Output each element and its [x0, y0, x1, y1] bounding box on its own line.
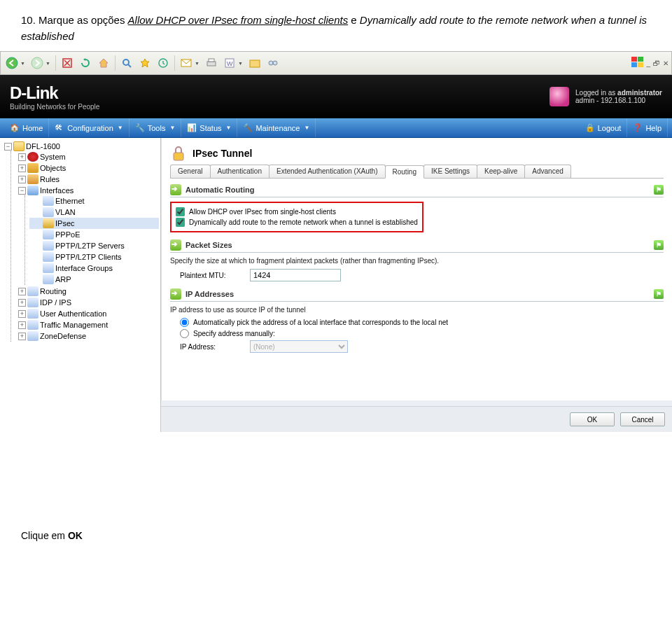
login-info: Logged in as administrator admin - 192.1…	[550, 87, 662, 106]
discuss-button[interactable]	[265, 55, 281, 71]
nav-status[interactable]: 📊Status▼	[181, 118, 237, 137]
nav-tools-label: Tools	[148, 124, 166, 132]
svg-rect-15	[631, 62, 637, 67]
edit-dropdown-icon[interactable]: ▼	[238, 61, 245, 66]
tree-root-label: DFL-1600	[26, 142, 60, 151]
folder-button[interactable]	[246, 55, 263, 71]
content-panel: IPsec Tunnel General Authentication Exte…	[161, 138, 672, 400]
tree-ipsec[interactable]: IPsec	[32, 218, 159, 228]
ok-button[interactable]: OK	[570, 412, 615, 426]
tree-routing-label: Routing	[40, 287, 66, 295]
nav-tools[interactable]: 🔧Tools▼	[130, 118, 182, 137]
tree-interfaces-label: Interfaces	[40, 186, 74, 195]
section-ip-addresses: IP Addresses⚑ IP address to use as sourc…	[170, 288, 664, 353]
nav-status-label: Status	[200, 124, 221, 132]
close-icon[interactable]: ✕	[663, 60, 668, 67]
chk-allow-dhcp-label: Allow DHCP over IPsec from single-host c…	[189, 208, 336, 216]
favorites-button[interactable]	[136, 55, 153, 71]
search-button[interactable]	[118, 55, 135, 71]
avatar-icon	[550, 87, 569, 106]
tab-authentication[interactable]: Authentication	[210, 165, 270, 178]
minimize-icon[interactable]: _	[646, 60, 650, 67]
tree-vlan-label: VLAN	[55, 208, 76, 216]
refresh-button[interactable]	[77, 55, 94, 71]
main-layout: −DFL-1600 +System +Objects +Rules −Inter…	[0, 138, 672, 432]
svg-rect-13	[631, 57, 637, 62]
tab-keepalive[interactable]: Keep-alive	[477, 165, 525, 178]
tab-general[interactable]: General	[170, 165, 211, 178]
window-controls[interactable]: _ 🗗 ✕	[646, 60, 668, 67]
svg-point-3	[123, 60, 129, 65]
edit-button[interactable]: W	[221, 55, 238, 71]
tree-pptp-servers[interactable]: PPTP/L2TP Servers	[32, 241, 159, 251]
tree-arp[interactable]: ARP	[32, 274, 159, 284]
mtu-input[interactable]	[250, 269, 341, 281]
nav-home-label: Home	[22, 124, 43, 132]
tree-idp[interactable]: +IDP / IPS	[18, 298, 159, 307]
tree-traffic[interactable]: +Traffic Management	[18, 320, 159, 330]
section-auto-head: Automatic Routing	[186, 186, 254, 194]
chk-dyn-route-label: Dynamically add route to the remote netw…	[189, 218, 418, 226]
section-ip-head: IP Addresses	[186, 290, 234, 298]
nav-configuration[interactable]: 🛠Configuration▼	[49, 118, 129, 137]
chk-dyn-route[interactable]	[176, 218, 185, 227]
ip-address-select[interactable]: (None)	[250, 340, 348, 353]
tree-interfaces[interactable]: −Interfaces	[18, 186, 159, 195]
tree-idp-label: IDP / IPS	[40, 298, 71, 307]
restore-icon[interactable]: 🗗	[653, 60, 660, 67]
nav-home[interactable]: 🏠Home	[4, 118, 49, 137]
maint-icon: 🔨	[243, 123, 253, 133]
tree-objects[interactable]: +Objects	[18, 163, 159, 173]
svg-rect-6	[207, 62, 216, 66]
tree-zonedefense[interactable]: +ZoneDefense	[18, 331, 159, 341]
tree-pptp-clients[interactable]: PPTP/L2TP Clients	[32, 252, 159, 262]
arrow-icon	[170, 288, 181, 300]
login-label: Logged in as	[575, 89, 617, 97]
mail-dropdown-icon[interactable]: ▼	[195, 61, 202, 66]
tree-ethernet[interactable]: Ethernet	[32, 196, 159, 206]
svg-rect-7	[209, 59, 214, 62]
tree-routing[interactable]: +Routing	[18, 286, 159, 296]
tab-ike[interactable]: IKE Settings	[424, 165, 477, 178]
nav-maintenance[interactable]: 🔨Maintenance▼	[237, 118, 316, 137]
mail-button[interactable]	[178, 55, 195, 71]
home-button[interactable]	[95, 55, 112, 71]
radio-auto[interactable]	[180, 318, 189, 327]
tree-system[interactable]: +System	[18, 152, 159, 162]
footer-note: Clique em OK	[0, 432, 672, 555]
tree-ipsec-label: IPsec	[55, 219, 75, 228]
tab-routing[interactable]: Routing	[385, 165, 424, 179]
tab-xauth[interactable]: Extended Authentication (XAuth)	[269, 165, 386, 178]
tree-rules[interactable]: +Rules	[18, 174, 159, 184]
svg-rect-16	[638, 62, 643, 67]
nav-logout[interactable]: 🔒Logout	[580, 118, 628, 137]
svg-point-12	[273, 61, 277, 65]
nav-help[interactable]: ❓Help	[627, 118, 668, 137]
tree-pppoe[interactable]: PPPoE	[32, 230, 159, 239]
header-bar: D-Link Building Networks for People Logg…	[0, 75, 672, 118]
login-user: administrator	[617, 89, 662, 97]
tree-zone-label: ZoneDefense	[40, 332, 86, 340]
cancel-button[interactable]: Cancel	[620, 412, 665, 426]
tab-advanced[interactable]: Advanced	[524, 165, 570, 178]
back-button[interactable]	[4, 55, 20, 71]
svg-rect-10	[250, 60, 260, 67]
back-dropdown-icon[interactable]: ▼	[20, 61, 27, 66]
footer-bold: OK	[68, 530, 83, 541]
document-instruction: 10. Marque as opções Allow DHCP over IPs…	[0, 0, 672, 51]
forward-dropdown-icon[interactable]: ▼	[46, 61, 52, 66]
forward-button[interactable]	[29, 55, 46, 71]
tree-vlan[interactable]: VLAN	[32, 207, 159, 217]
help-icon: ❓	[633, 123, 643, 133]
brand-tagline: Building Networks for People	[10, 103, 99, 111]
tree-user-auth[interactable]: +User Authentication	[18, 309, 159, 319]
print-button[interactable]	[203, 55, 220, 71]
stop-button[interactable]	[59, 55, 76, 71]
tree-interface-groups[interactable]: Interface Groups	[32, 263, 159, 273]
tree-root[interactable]: −DFL-1600	[4, 141, 159, 151]
history-button[interactable]	[155, 55, 172, 71]
chk-allow-dhcp[interactable]	[176, 207, 185, 216]
radio-manual[interactable]	[180, 329, 189, 338]
tree-userauth-label: User Authentication	[40, 309, 106, 318]
ip-address-label: IP Address:	[180, 343, 243, 351]
